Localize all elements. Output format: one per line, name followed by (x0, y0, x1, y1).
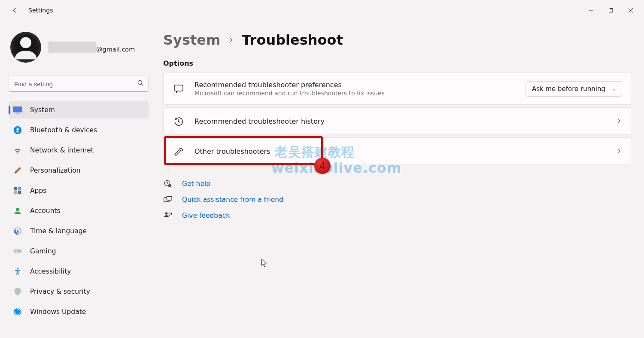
svg-point-20 (19, 251, 20, 252)
section-label: Options (163, 59, 632, 67)
svg-point-19 (15, 251, 16, 252)
svg-rect-11 (14, 187, 18, 191)
sidebar-item-network[interactable]: Network & internet (9, 142, 149, 159)
accessibility-icon (13, 267, 22, 276)
svg-rect-1 (609, 9, 613, 12)
help-icon (163, 180, 173, 188)
sidebar-item-label: Gaming (30, 247, 56, 255)
link-label[interactable]: Quick assistance from a friend (182, 196, 283, 204)
sidebar-item-label: Accounts (30, 207, 61, 215)
sidebar-item-label: Network & internet (30, 146, 94, 154)
bluetooth-icon (13, 125, 22, 135)
card-troubleshooter-history[interactable]: Recommended troubleshooter history (163, 107, 632, 135)
search-input[interactable] (9, 76, 149, 92)
update-icon (13, 307, 22, 317)
svg-point-30 (165, 212, 167, 214)
breadcrumb-current: Troubleshoot (242, 32, 343, 48)
shield-icon (13, 287, 22, 296)
profile-block[interactable]: @gmail.com (9, 32, 149, 63)
screens-icon (163, 196, 173, 204)
sidebar-item-label: System (30, 106, 55, 114)
breadcrumb-parent[interactable]: System (163, 32, 220, 48)
sidebar-item-label: Time & language (30, 227, 87, 235)
chevron-down-icon (611, 86, 617, 94)
chevron-right-icon (228, 36, 234, 45)
svg-rect-24 (174, 85, 183, 91)
svg-point-21 (18, 250, 19, 251)
svg-rect-28 (167, 196, 172, 200)
main-content: System Troubleshoot Options Recommended … (153, 21, 644, 338)
profile-name-redacted (48, 42, 96, 53)
history-icon (173, 116, 184, 127)
back-button[interactable] (9, 4, 21, 16)
link-get-help[interactable]: Get help (163, 180, 632, 188)
titlebar: Settings (0, 0, 644, 21)
card-title: Recommended troubleshooter history (194, 117, 616, 125)
svg-rect-7 (13, 107, 22, 112)
chat-icon (173, 83, 184, 94)
svg-rect-12 (18, 187, 21, 191)
svg-point-5 (138, 80, 142, 84)
close-button[interactable] (621, 3, 641, 18)
breadcrumb: System Troubleshoot (163, 32, 632, 48)
chevron-right-icon (616, 118, 622, 124)
app-title: Settings (28, 7, 53, 14)
card-subtitle: Microsoft can recommend and run troubles… (194, 90, 526, 97)
sidebar: @gmail.com System Bluetooth & devices Ne… (3, 21, 153, 338)
badge-number: 4 (314, 158, 331, 174)
svg-rect-14 (18, 191, 21, 195)
svg-rect-13 (14, 191, 18, 195)
preference-dropdown[interactable]: Ask me before running (526, 81, 622, 97)
apps-icon (13, 186, 22, 195)
chevron-right-icon (616, 148, 622, 154)
sidebar-item-gaming[interactable]: Gaming (9, 243, 149, 260)
sidebar-item-label: Windows Update (30, 308, 86, 316)
sidebar-item-accessibility[interactable]: Accessibility (9, 263, 149, 280)
sidebar-item-label: Apps (30, 187, 46, 195)
sidebar-item-apps[interactable]: Apps (9, 182, 149, 199)
card-title: Recommended troubleshooter preferences (194, 81, 526, 89)
sidebar-item-time-language[interactable]: Time & language (9, 222, 149, 240)
link-give-feedback[interactable]: Give feedback (163, 211, 632, 220)
annotation-step-badge: 4 (314, 158, 331, 174)
svg-point-4 (20, 37, 31, 48)
paint-icon (13, 166, 22, 175)
sidebar-item-label: Bluetooth & devices (30, 126, 97, 134)
minimize-button[interactable] (581, 3, 601, 18)
gaming-icon (13, 247, 22, 256)
card-other-troubleshooters[interactable]: Other troubleshooters (163, 137, 632, 165)
sidebar-item-personalization[interactable]: Personalization (9, 162, 149, 179)
maximize-button[interactable] (601, 3, 621, 18)
sidebar-item-label: Privacy & security (30, 288, 90, 295)
svg-rect-9 (15, 113, 20, 114)
link-quick-assistance[interactable]: Quick assistance from a friend (163, 196, 632, 204)
sidebar-item-label: Accessibility (30, 268, 71, 275)
avatar (10, 32, 41, 63)
annotation-highlight: Other troubleshooters 4 (163, 137, 632, 165)
nav-list: System Bluetooth & devices Network & int… (9, 101, 149, 320)
sidebar-item-system[interactable]: System (9, 101, 149, 119)
sidebar-item-label: Personalization (30, 167, 81, 174)
wifi-icon (13, 146, 22, 155)
search-icon[interactable] (137, 79, 144, 88)
sidebar-item-accounts[interactable]: Accounts (9, 202, 149, 219)
link-label[interactable]: Give feedback (182, 212, 230, 219)
svg-point-15 (16, 208, 19, 211)
clock-globe-icon (13, 226, 22, 236)
sidebar-item-privacy[interactable]: Privacy & security (9, 283, 149, 300)
card-recommended-preferences[interactable]: Recommended troubleshooter preferences M… (163, 73, 632, 105)
sidebar-item-windows-update[interactable]: Windows Update (9, 303, 149, 320)
wrench-icon (173, 146, 184, 157)
profile-email-suffix: @gmail.com (96, 46, 135, 53)
sidebar-item-bluetooth[interactable]: Bluetooth & devices (9, 122, 149, 139)
svg-rect-18 (13, 249, 22, 253)
accounts-icon (13, 206, 22, 216)
system-icon (13, 105, 22, 115)
dropdown-value: Ask me before running (532, 85, 605, 93)
help-links: Get help Quick assistance from a friend … (163, 180, 632, 220)
svg-point-22 (17, 268, 18, 269)
card-title: Other troubleshooters (194, 147, 616, 155)
link-label[interactable]: Get help (182, 180, 210, 188)
feedback-icon (163, 211, 173, 220)
svg-line-6 (141, 84, 143, 85)
